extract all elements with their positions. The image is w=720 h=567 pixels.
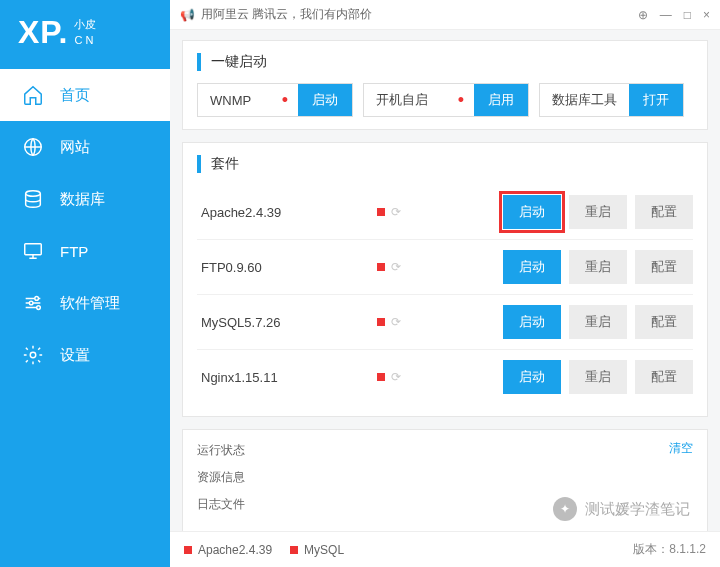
- suite-name: Apache2.4.39: [197, 205, 377, 220]
- refresh-icon[interactable]: ⟳: [391, 370, 401, 384]
- start-button[interactable]: 启动: [503, 195, 561, 229]
- config-button[interactable]: 配置: [635, 305, 693, 339]
- suite-title: 套件: [197, 155, 693, 173]
- nav-label: 数据库: [60, 190, 105, 209]
- nav-home[interactable]: 首页: [0, 69, 170, 121]
- panel-body: [197, 515, 693, 531]
- status-dot-icon: [184, 546, 192, 554]
- restart-button[interactable]: 重启: [569, 305, 627, 339]
- logo: XP. 小皮C N: [0, 0, 170, 63]
- quickstart-title: 一键启动: [197, 53, 693, 71]
- suite-status: ⟳: [377, 260, 457, 274]
- dbtool-label: 数据库工具: [540, 84, 629, 116]
- nav: 首页 网站 数据库 FTP 软件管理 设置: [0, 63, 170, 381]
- status-dot-icon: [377, 373, 385, 381]
- status-dot-icon: [377, 208, 385, 216]
- wnmp-combo: WNMP• 启动: [197, 83, 353, 117]
- home-icon: [22, 84, 44, 106]
- monitor-icon: [22, 240, 44, 262]
- suite-name: MySQL5.7.26: [197, 315, 377, 330]
- suite-card: 套件 Apache2.4.39 ⟳ 启动 重启 配置 FTP0.9.60 ⟳: [182, 142, 708, 417]
- pin-button[interactable]: ⊕: [638, 8, 648, 22]
- nav-ftp[interactable]: FTP: [0, 225, 170, 277]
- main: 📢 用阿里云 腾讯云，我们有内部价 ⊕ — □ × 一键启动 WNMP• 启动: [170, 0, 720, 567]
- footer: Apache2.4.39 MySQL 版本：8.1.1.2: [170, 531, 720, 567]
- svg-rect-2: [25, 244, 42, 255]
- boot-combo: 开机自启• 启用: [363, 83, 529, 117]
- suite-row-ftp: FTP0.9.60 ⟳ 启动 重启 配置: [197, 240, 693, 295]
- status-dot-icon: [377, 263, 385, 271]
- tab-runtime[interactable]: 运行状态: [197, 440, 693, 461]
- dbtool-combo: 数据库工具 打开: [539, 83, 684, 117]
- status-dot-icon: [377, 318, 385, 326]
- config-button[interactable]: 配置: [635, 195, 693, 229]
- sliders-icon: [22, 292, 44, 314]
- nav-db[interactable]: 数据库: [0, 173, 170, 225]
- refresh-icon[interactable]: ⟳: [391, 205, 401, 219]
- status-dot-icon: [290, 546, 298, 554]
- suite-row-apache: Apache2.4.39 ⟳ 启动 重启 配置: [197, 185, 693, 240]
- clear-button[interactable]: 清空: [669, 440, 693, 457]
- panel-tabs: 运行状态 资源信息 日志文件: [197, 440, 693, 515]
- footer-stat-apache: Apache2.4.39: [184, 543, 272, 557]
- tab-log[interactable]: 日志文件: [197, 494, 693, 515]
- version: 版本：8.1.1.2: [633, 541, 706, 558]
- restart-button[interactable]: 重启: [569, 195, 627, 229]
- status-panel: 清空 运行状态 资源信息 日志文件: [182, 429, 708, 531]
- start-button[interactable]: 启动: [503, 250, 561, 284]
- svg-point-3: [35, 297, 39, 301]
- wnmp-select[interactable]: WNMP•: [198, 84, 298, 116]
- start-button[interactable]: 启动: [503, 360, 561, 394]
- sidebar: XP. 小皮C N 首页 网站 数据库 FTP: [0, 0, 170, 567]
- window-controls: ⊕ — □ ×: [638, 8, 710, 22]
- suite-name: Nginx1.15.11: [197, 370, 377, 385]
- svg-point-6: [30, 352, 36, 358]
- suite-row-mysql: MySQL5.7.26 ⟳ 启动 重启 配置: [197, 295, 693, 350]
- nav-label: FTP: [60, 243, 88, 260]
- restart-button[interactable]: 重启: [569, 360, 627, 394]
- gear-icon: [22, 344, 44, 366]
- content: 一键启动 WNMP• 启动 开机自启• 启用: [170, 30, 720, 531]
- logo-main: XP.: [18, 14, 68, 51]
- restart-button[interactable]: 重启: [569, 250, 627, 284]
- maximize-button[interactable]: □: [684, 8, 691, 22]
- suite-status: ⟳: [377, 205, 457, 219]
- nav-label: 网站: [60, 138, 90, 157]
- nav-software[interactable]: 软件管理: [0, 277, 170, 329]
- nav-label: 设置: [60, 346, 90, 365]
- config-button[interactable]: 配置: [635, 360, 693, 394]
- announce-text[interactable]: 用阿里云 腾讯云，我们有内部价: [201, 6, 372, 23]
- suite-status: ⟳: [377, 370, 457, 384]
- boot-select[interactable]: 开机自启•: [364, 84, 474, 116]
- globe-icon: [22, 136, 44, 158]
- nav-settings[interactable]: 设置: [0, 329, 170, 381]
- nav-label: 首页: [60, 86, 90, 105]
- svg-point-1: [26, 191, 41, 197]
- svg-point-4: [29, 301, 33, 305]
- logo-sub: 小皮C N: [74, 17, 96, 48]
- nav-site[interactable]: 网站: [0, 121, 170, 173]
- suite-row-nginx: Nginx1.15.11 ⟳ 启动 重启 配置: [197, 350, 693, 404]
- wnmp-start-button[interactable]: 启动: [298, 84, 352, 116]
- refresh-icon[interactable]: ⟳: [391, 260, 401, 274]
- boot-enable-button[interactable]: 启用: [474, 84, 528, 116]
- minimize-button[interactable]: —: [660, 8, 672, 22]
- dbtool-open-button[interactable]: 打开: [629, 84, 683, 116]
- refresh-icon[interactable]: ⟳: [391, 315, 401, 329]
- quickstart-card: 一键启动 WNMP• 启动 开机自启• 启用: [182, 40, 708, 130]
- nav-label: 软件管理: [60, 294, 120, 313]
- svg-point-5: [37, 306, 41, 310]
- config-button[interactable]: 配置: [635, 250, 693, 284]
- suite-status: ⟳: [377, 315, 457, 329]
- tab-resource[interactable]: 资源信息: [197, 467, 693, 488]
- announce-icon: 📢: [180, 8, 195, 22]
- suite-name: FTP0.9.60: [197, 260, 377, 275]
- footer-stat-mysql: MySQL: [290, 543, 344, 557]
- topbar: 📢 用阿里云 腾讯云，我们有内部价 ⊕ — □ ×: [170, 0, 720, 30]
- start-button[interactable]: 启动: [503, 305, 561, 339]
- database-icon: [22, 188, 44, 210]
- close-button[interactable]: ×: [703, 8, 710, 22]
